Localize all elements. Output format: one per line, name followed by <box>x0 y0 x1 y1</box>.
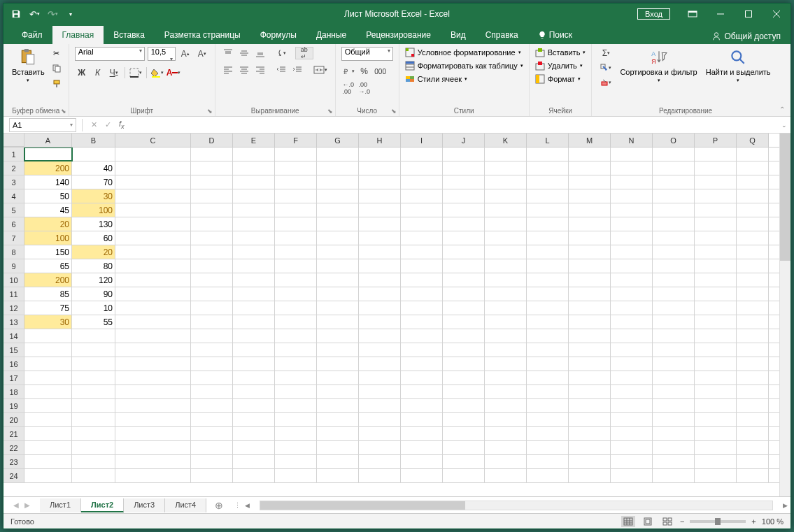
col-header-J[interactable]: J <box>443 134 485 147</box>
cell-P3[interactable] <box>695 175 737 189</box>
cell-G4[interactable] <box>317 189 359 203</box>
cell-J3[interactable] <box>443 175 485 189</box>
cell-M13[interactable] <box>569 315 611 329</box>
cell-A15[interactable] <box>24 343 72 357</box>
cell-L9[interactable] <box>527 259 569 273</box>
delete-cells-button[interactable]: Удалить▾ <box>535 60 583 71</box>
cell-Q13[interactable] <box>737 315 769 329</box>
cell-G24[interactable] <box>317 469 359 482</box>
cell-I10[interactable] <box>401 273 443 287</box>
cell-B2[interactable]: 40 <box>72 161 115 175</box>
tab-разметка страницы[interactable]: Разметка страницы <box>155 26 250 44</box>
cell-M11[interactable] <box>569 287 611 301</box>
cell-K3[interactable] <box>485 175 527 189</box>
cell-B3[interactable]: 70 <box>72 175 115 189</box>
cell-C11[interactable] <box>115 287 191 301</box>
cell-O21[interactable] <box>653 427 695 440</box>
cell-L21[interactable] <box>527 427 569 440</box>
h-scroll-thumb[interactable] <box>260 501 465 510</box>
new-sheet-button[interactable]: ⊕ <box>206 500 232 511</box>
cell-C4[interactable] <box>115 189 191 203</box>
cell-I2[interactable] <box>401 161 443 175</box>
cell-J2[interactable] <box>443 161 485 175</box>
sheet-tab-Лист3[interactable]: Лист3 <box>124 498 165 512</box>
page-break-view-icon[interactable] <box>660 516 674 527</box>
save-icon[interactable] <box>9 7 23 21</box>
cell-C18[interactable] <box>115 385 191 398</box>
cell-A1[interactable] <box>24 148 72 161</box>
cell-B18[interactable] <box>72 385 115 398</box>
name-box[interactable]: A1 <box>9 118 76 132</box>
cell-Q21[interactable] <box>737 427 769 440</box>
cell-H13[interactable] <box>359 315 401 329</box>
cell-D7[interactable] <box>191 231 233 245</box>
cell-O13[interactable] <box>653 315 695 329</box>
row-header-16[interactable]: 16 <box>3 357 24 371</box>
cell-G7[interactable] <box>317 231 359 245</box>
cell-D4[interactable] <box>191 189 233 203</box>
cell-G9[interactable] <box>317 259 359 273</box>
cell-D20[interactable] <box>191 413 233 426</box>
cell-G3[interactable] <box>317 175 359 189</box>
cell-L4[interactable] <box>527 189 569 203</box>
cell-C21[interactable] <box>115 427 191 440</box>
cell-N19[interactable] <box>611 399 653 412</box>
cell-H1[interactable] <box>359 148 401 161</box>
row-header-10[interactable]: 10 <box>3 273 24 287</box>
wrap-text-icon[interactable]: ab↵ <box>295 47 313 59</box>
cell-M12[interactable] <box>569 301 611 315</box>
col-header-N[interactable]: N <box>611 134 653 147</box>
cell-A17[interactable] <box>24 371 72 384</box>
cell-A5[interactable]: 45 <box>24 203 72 217</box>
cell-N18[interactable] <box>611 385 653 398</box>
v-scroll-thumb[interactable] <box>780 134 791 261</box>
cell-O1[interactable] <box>653 148 695 161</box>
cell-J24[interactable] <box>443 469 485 482</box>
cell-E7[interactable] <box>233 231 275 245</box>
row-header-6[interactable]: 6 <box>3 217 24 231</box>
cell-B14[interactable] <box>72 329 115 343</box>
cell-L20[interactable] <box>527 413 569 426</box>
cell-A3[interactable]: 140 <box>24 175 72 189</box>
cell-L1[interactable] <box>527 148 569 161</box>
cell-J10[interactable] <box>443 273 485 287</box>
cell-P4[interactable] <box>695 189 737 203</box>
cell-Q8[interactable] <box>737 245 769 259</box>
cell-N1[interactable] <box>611 148 653 161</box>
cell-O24[interactable] <box>653 469 695 482</box>
alignment-launcher[interactable]: ⬊ <box>327 108 333 115</box>
cell-O9[interactable] <box>653 259 695 273</box>
cell-G8[interactable] <box>317 245 359 259</box>
conditional-formatting-button[interactable]: Условное форматирование▾ <box>405 47 521 58</box>
cell-K5[interactable] <box>485 203 527 217</box>
italic-button[interactable]: К <box>91 66 105 79</box>
row-header-9[interactable]: 9 <box>3 259 24 273</box>
collapse-ribbon-icon[interactable]: ⌃ <box>779 106 785 113</box>
fill-color-icon[interactable]: ▾ <box>150 66 164 79</box>
cell-H14[interactable] <box>359 329 401 343</box>
cell-E12[interactable] <box>233 301 275 315</box>
row-header-15[interactable]: 15 <box>3 343 24 357</box>
cell-F15[interactable] <box>275 343 317 357</box>
cell-K17[interactable] <box>485 371 527 384</box>
zoom-slider[interactable] <box>690 520 746 523</box>
close-button[interactable] <box>763 3 791 24</box>
find-select-button[interactable]: Найти и выделить▾ <box>703 47 774 85</box>
cell-K23[interactable] <box>485 455 527 468</box>
cell-I14[interactable] <box>401 329 443 343</box>
formula-input[interactable] <box>129 121 778 129</box>
cell-D6[interactable] <box>191 217 233 231</box>
cell-F10[interactable] <box>275 273 317 287</box>
cell-I12[interactable] <box>401 301 443 315</box>
cell-B20[interactable] <box>72 413 115 426</box>
cell-B19[interactable] <box>72 399 115 412</box>
fill-icon[interactable]: ▾ <box>597 62 614 74</box>
cell-A8[interactable]: 150 <box>24 245 72 259</box>
format-as-table-button[interactable]: Форматировать как таблицу▾ <box>405 60 523 71</box>
cell-J18[interactable] <box>443 385 485 398</box>
row-header-22[interactable]: 22 <box>3 441 24 454</box>
cell-H2[interactable] <box>359 161 401 175</box>
cell-F19[interactable] <box>275 399 317 412</box>
cell-J16[interactable] <box>443 357 485 371</box>
cell-A4[interactable]: 50 <box>24 189 72 203</box>
